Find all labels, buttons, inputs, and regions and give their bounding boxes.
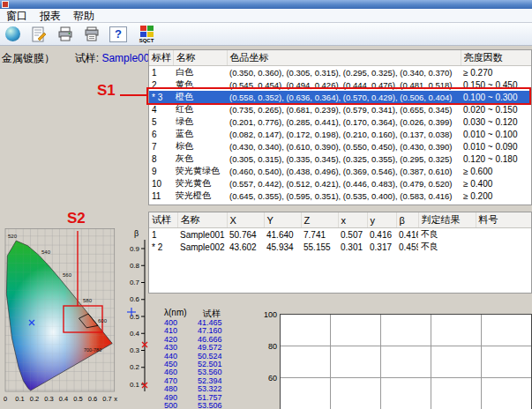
sample-name: Sample002 [177,241,227,253]
standards-table: 标样 名称 色品坐标 亮度因数 1白色(0.350, 0.360), (0.30… [148,49,532,205]
spectral-table: λ(nm) 试样 40041.46541047.16042046.6664304… [162,308,263,409]
sqct-color-squares [140,26,154,37]
sample-Z: 55.155 [301,241,338,253]
standard-coords: (0.305, 0.315), (0.335, 0.345), (0.325, … [227,152,461,165]
standard-id: 4 [149,103,173,115]
standards-body: 1白色(0.350, 0.360), (0.305, 0.315), (0.29… [149,66,531,203]
spectral-chart: 100 80 60 [262,308,532,409]
print-preview-icon[interactable] [81,25,102,44]
sample-x: 0.301 [338,241,367,253]
standard-coords: (0.645, 0.355), (0.595, 0.351), (0.535, … [227,190,461,202]
samples-col-beta: β [396,212,418,228]
menu-bar: 窗口 报表 帮助 [0,9,532,23]
annotation-s1: S1 [97,83,116,99]
standard-luminance: 0.020 ~ 0.150 [461,103,531,115]
beta-tick: 0.8 [130,262,140,270]
sample-part [476,228,531,242]
x-tick: 0.3 [44,395,53,403]
window-titlebar[interactable] [0,0,532,9]
beta-tick: 0.3 [130,346,140,354]
sample-X: 50.764 [227,228,264,242]
menu-help[interactable]: 帮助 [67,9,101,23]
standard-name: 红色 [173,103,227,115]
samples-col-result: 判定结果 [418,212,476,228]
standard-coords: (0.201, 0.776), (0.285, 0.441), (0.170, … [227,115,461,128]
chart-y-tick-100: 100 [264,310,277,319]
standard-row[interactable]: 6蓝色(0.082, 0.147), (0.172, 0.198), (0.21… [149,128,531,140]
sample-row[interactable]: * 2Sample00243.60245.93455.1550.3010.317… [149,241,531,253]
sqct-icon[interactable]: SQCT [134,25,159,44]
samples-table: 试样 名称 X Y Z x y β 判定结果 料号 1Sample00150.7… [148,212,532,294]
standard-row[interactable]: 11荧光橙色(0.645, 0.355), (0.595, 0.351), (0… [149,190,531,202]
x-tick: 0.1 [15,395,24,403]
wavelength-label: 700-780 [84,347,101,353]
app-window: 窗口 报表 帮助 [0,0,532,409]
standard-id: 5 [149,115,173,128]
standard-id: 8 [149,152,173,165]
standard-id: 6 [149,128,173,140]
annotation-s1-line [120,94,146,96]
spectral-header: λ(nm) 试样 [162,308,263,318]
standard-id: 10 [149,177,173,190]
standard-name: 荧光黄色 [173,177,227,190]
beta-tick: 0.7 [130,279,140,286]
help-icon[interactable]: ? [108,25,129,44]
standard-row[interactable]: 5绿色(0.201, 0.776), (0.285, 0.441), (0.17… [149,115,531,128]
samples-col-y: y [367,212,396,228]
samples-col-X: X [227,212,264,228]
beta-tick: 0.6 [130,295,140,303]
standard-id: 11 [149,190,173,202]
coating-label: 金属镀膜） [2,52,55,64]
standard-coords: (0.557, 0.442), (0.512, 0.421), (0.446, … [227,177,461,190]
reflectance-value: 53.506 [198,402,222,409]
report-edit-glyph [30,26,48,43]
color-wheel-icon[interactable] [2,25,23,44]
standard-row[interactable]: 7棕色(0.430, 0.340), (0.610, 0.390), (0.55… [149,140,531,152]
sample-row[interactable]: 1Sample00150.76441.6407.7410.5070.4160.4… [149,228,531,242]
beta-axis-label: β [134,229,139,238]
wavelength-label: 560 [63,272,72,278]
menu-report[interactable]: 报表 [34,9,67,23]
standards-col-luminance: 亮度因数 [461,50,531,66]
x-axis-ticks: 0 0.1 0.2 0.3 0.4 0.5 0.6 0.7 x [4,395,117,403]
beta-tick-marks [141,249,145,384]
sqct-label: SQCT [139,38,154,43]
x-tick: 0.2 [30,395,39,403]
standard-id: 1 [149,66,173,79]
standards-col-coords: 色品坐标 [227,50,461,66]
standards-col-name: 名称 [173,50,227,66]
spectral-row: 50053.506 [164,402,222,409]
standard-row[interactable]: 4红色(0.735, 0.265), (0.681, 0.239), (0.57… [149,103,531,115]
x-tick: 0.4 [59,395,68,403]
standard-row[interactable]: 1白色(0.350, 0.360), (0.305, 0.315), (0.29… [149,66,531,79]
samples-col-x: x [338,212,367,228]
wavelength-label: 540 [41,249,51,255]
chart-plot-area [280,314,532,409]
menu-window[interactable]: 窗口 [0,9,34,23]
sample-name: Sample001 [177,228,227,242]
samples-col-part: 料号 [476,212,531,228]
standard-luminance: ≥ 0.400 [461,177,531,190]
standard-name: 棕色 [173,140,227,152]
sample-result: 不良 [418,228,476,242]
standard-id: 9 [149,165,173,177]
spectral-rows[interactable]: 40041.46541047.16042046.66643049.5724405… [164,319,222,409]
standard-name: 白色 [173,66,227,79]
standard-row[interactable]: 10荧光黄色(0.557, 0.442), (0.512, 0.421), (0… [149,177,531,190]
sample-label: 试样: [75,52,99,64]
beta-axis: β 0.9 0.8 0.7 0.6 0.5 0.4 0.3 0.2 0.1 [125,227,161,404]
report-edit-icon[interactable] [28,25,49,44]
x-axis-label: x [114,395,117,403]
standard-luminance: 0.010 ~ 0.100 [461,128,531,140]
standard-name: 绿色 [173,115,227,128]
app-icon [2,1,9,8]
standard-luminance: ≥ 0.200 [461,190,531,202]
samples-col-id: 试样 [149,212,177,228]
wavelength-column-header: λ(nm) [164,308,187,317]
print-icon[interactable] [55,25,76,44]
standard-name: 荧光黄绿色 [173,165,227,177]
standard-row[interactable]: 8灰色(0.305, 0.315), (0.335, 0.345), (0.32… [149,152,531,165]
standard-row[interactable]: 9荧光黄绿色(0.460, 0.540), (0.438, 0.496), (0… [149,165,531,177]
standard-name: 蓝色 [173,128,227,140]
standard-coords: (0.082, 0.147), (0.172, 0.198), (0.210, … [227,128,461,140]
